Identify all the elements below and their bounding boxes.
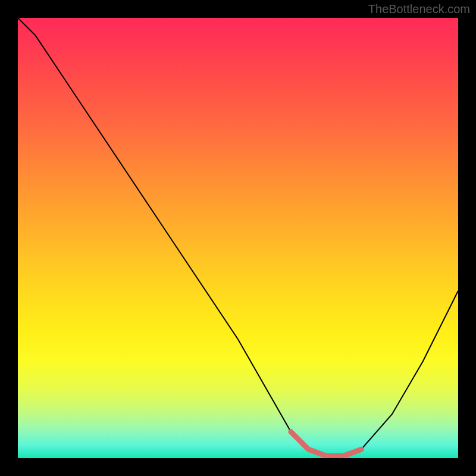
chart-svg <box>18 18 458 458</box>
plot-area <box>18 18 458 458</box>
bottleneck-curve <box>18 18 458 456</box>
watermark-text: TheBottleneck.com <box>368 2 470 16</box>
optimal-zone-highlight <box>291 432 361 456</box>
